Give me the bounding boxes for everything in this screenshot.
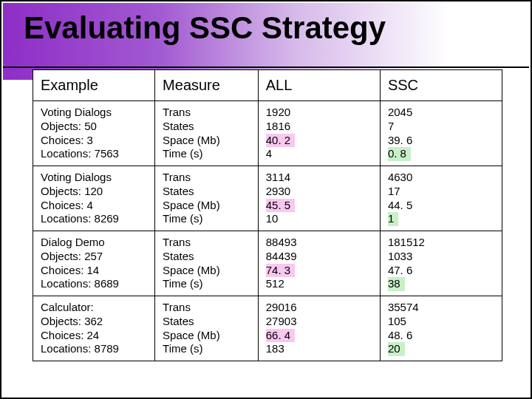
measure-line: Trans — [163, 106, 250, 120]
ssc-value: 181512 — [388, 236, 425, 250]
ssc-value: 2045 — [388, 106, 412, 120]
example-line: Objects: 120 — [41, 185, 147, 199]
example-line: Voting Dialogs — [41, 106, 147, 120]
ssc-value: 20 — [388, 342, 405, 356]
measure-line: Trans — [163, 301, 250, 315]
all-value: 66. 4 — [266, 329, 295, 343]
all-value: 10 — [266, 212, 279, 226]
measure-line: Time (s) — [163, 342, 250, 356]
slide-title: Evaluating SSC Strategy — [24, 10, 386, 46]
all-value: 40. 2 — [266, 134, 295, 148]
table-row: Voting DialogsObjects: 120Choices: 4Loca… — [33, 166, 502, 231]
cell-ssc: 181512103347. 638 — [380, 231, 502, 296]
measure-line: States — [163, 315, 250, 329]
example-line: Choices: 3 — [41, 134, 147, 148]
all-value: 4 — [266, 147, 272, 161]
cell-ssc: 46301744. 51 — [380, 166, 502, 231]
ssc-value: 105 — [388, 315, 406, 329]
measure-line: States — [163, 250, 250, 264]
ssc-value: 4630 — [388, 171, 412, 185]
all-value: 84439 — [266, 250, 297, 264]
table-row: Calculator:Objects: 362Choices: 24Locati… — [33, 296, 502, 361]
ssc-value: 1033 — [388, 250, 412, 264]
measure-line: States — [163, 120, 250, 134]
results-table: Example Measure ALL SSC Voting DialogsOb… — [33, 69, 502, 361]
measure-line: Trans — [163, 171, 250, 185]
ssc-value: 38 — [388, 277, 405, 291]
measure-line: Space (Mb) — [163, 134, 250, 148]
measure-line: Space (Mb) — [163, 329, 250, 343]
all-value: 183 — [266, 342, 284, 356]
example-line: Locations: 8689 — [41, 277, 147, 291]
cell-example: Voting DialogsObjects: 50Choices: 3Locat… — [33, 101, 155, 166]
ssc-value: 17 — [388, 185, 400, 199]
ssc-value: 47. 6 — [388, 264, 412, 278]
col-header-all: ALL — [258, 70, 380, 101]
measure-line: Time (s) — [163, 277, 250, 291]
example-line: Locations: 7563 — [41, 147, 147, 161]
table-header-row: Example Measure ALL SSC — [33, 70, 502, 101]
table-row: Dialog DemoObjects: 257Choices: 14Locati… — [33, 231, 502, 296]
example-line: Objects: 257 — [41, 250, 147, 264]
measure-line: Time (s) — [163, 212, 250, 226]
cell-all: 3114293045. 510 — [258, 166, 380, 231]
title-underline — [3, 66, 529, 68]
example-line: Choices: 24 — [41, 329, 147, 343]
all-value: 512 — [266, 277, 284, 291]
all-value: 27903 — [266, 315, 297, 329]
slide: Evaluating SSC Strategy Example Measure … — [0, 0, 532, 399]
cell-measure: TransStatesSpace (Mb)Time (s) — [155, 296, 259, 361]
ssc-value: 1 — [388, 212, 398, 226]
cell-all: 290162790366. 4183 — [258, 296, 380, 361]
all-value: 1816 — [266, 120, 290, 134]
cell-example: Calculator:Objects: 362Choices: 24Locati… — [33, 296, 155, 361]
example-line: Choices: 14 — [41, 264, 147, 278]
all-value: 1920 — [266, 106, 290, 120]
example-line: Dialog Demo — [41, 236, 147, 250]
ssc-value: 7 — [388, 120, 394, 134]
measure-line: Time (s) — [163, 147, 250, 161]
all-value: 2930 — [266, 185, 290, 199]
cell-all: 884938443974. 3512 — [258, 231, 380, 296]
example-line: Locations: 8789 — [41, 342, 147, 356]
cell-ssc: 2045739. 60. 8 — [380, 101, 502, 166]
all-value: 3114 — [266, 171, 290, 185]
col-header-example: Example — [33, 70, 155, 101]
example-line: Calculator: — [41, 301, 147, 315]
cell-all: 1920181640. 24 — [258, 101, 380, 166]
example-line: Choices: 4 — [41, 199, 147, 213]
cell-measure: TransStatesSpace (Mb)Time (s) — [155, 166, 259, 231]
ssc-value: 48. 6 — [388, 329, 412, 343]
example-line: Voting Dialogs — [41, 171, 147, 185]
ssc-value: 0. 8 — [388, 147, 411, 161]
cell-measure: TransStatesSpace (Mb)Time (s) — [155, 231, 259, 296]
example-line: Locations: 8269 — [41, 212, 147, 226]
ssc-value: 35574 — [388, 301, 419, 315]
all-value: 45. 5 — [266, 199, 295, 213]
cell-ssc: 3557410548. 620 — [380, 296, 502, 361]
cell-measure: TransStatesSpace (Mb)Time (s) — [155, 101, 259, 166]
all-value: 74. 3 — [266, 264, 295, 278]
ssc-value: 44. 5 — [388, 199, 412, 213]
cell-example: Voting DialogsObjects: 120Choices: 4Loca… — [33, 166, 155, 231]
example-line: Objects: 50 — [41, 120, 147, 134]
measure-line: Trans — [163, 236, 250, 250]
example-line: Objects: 362 — [41, 315, 147, 329]
col-header-ssc: SSC — [380, 70, 502, 101]
measure-line: States — [163, 185, 250, 199]
measure-line: Space (Mb) — [163, 264, 250, 278]
col-header-measure: Measure — [155, 70, 259, 101]
all-value: 29016 — [266, 301, 297, 315]
measure-line: Space (Mb) — [163, 199, 250, 213]
table-row: Voting DialogsObjects: 50Choices: 3Locat… — [33, 101, 502, 166]
all-value: 88493 — [266, 236, 297, 250]
cell-example: Dialog DemoObjects: 257Choices: 14Locati… — [33, 231, 155, 296]
ssc-value: 39. 6 — [388, 134, 412, 148]
